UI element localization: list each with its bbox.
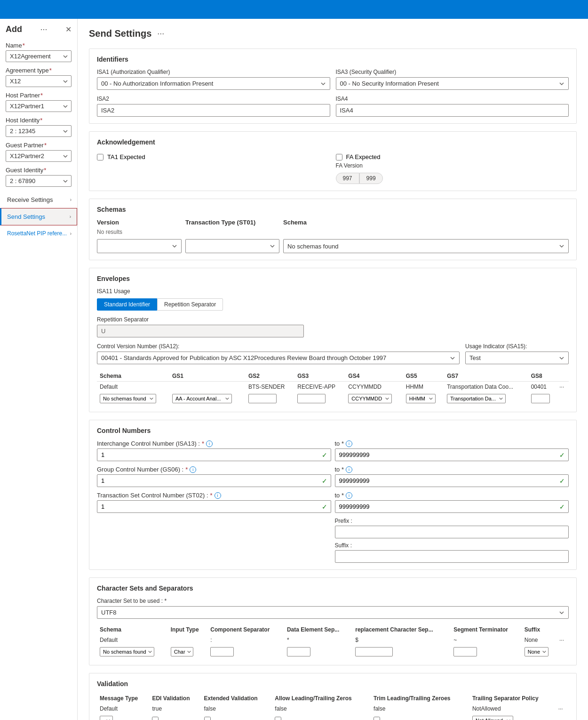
- schemas-version-select[interactable]: [97, 239, 182, 253]
- ta1-label: TA1 Expected: [107, 153, 145, 160]
- val-row-extended-checkbox[interactable]: [204, 717, 211, 720]
- gs-default-gs8: 00401: [528, 382, 557, 392]
- val-row-allow-checkbox[interactable]: [275, 717, 281, 720]
- gcn-to-info-icon[interactable]: i: [346, 466, 352, 473]
- gs-row-gs7-select[interactable]: Transportation Da...: [447, 394, 506, 403]
- gcn-input[interactable]: [97, 474, 331, 487]
- schemas-transaction-select[interactable]: [185, 239, 279, 253]
- val-col-trim-zeros: Trim Leading/Trailing Zeroes: [371, 693, 469, 704]
- isa3-field: ISA3 (Security Qualifier) 00 - No Securi…: [336, 69, 569, 90]
- sidebar-close-button[interactable]: ✕: [65, 25, 72, 34]
- isa2-input[interactable]: [97, 104, 330, 117]
- cs-default-data-elem: *: [284, 635, 352, 645]
- tscn-info-icon[interactable]: i: [215, 492, 221, 499]
- schemas-section: Schemas Version Transaction Type (ST01) …: [89, 199, 577, 260]
- receive-settings-chevron: ›: [70, 197, 72, 202]
- cs-default-dots[interactable]: ···: [556, 635, 569, 645]
- gs-col-schema: Schema: [97, 371, 169, 382]
- gs-default-gs1: [169, 382, 246, 392]
- tscn-valid-icon: ✓: [322, 503, 327, 511]
- standard-identifier-toggle[interactable]: Standard Identifier: [97, 298, 157, 311]
- val-row-dots-button[interactable]: ···: [558, 717, 564, 720]
- envelopes-section: Envelopes ISA11 Usage Standard Identifie…: [89, 268, 577, 412]
- val-col-extended: Extended Validation: [201, 693, 272, 704]
- icn-info-icon[interactable]: i: [206, 440, 213, 447]
- cs-col-replacement: replacement Character Sep...: [352, 624, 451, 635]
- gs-row-gs8-input[interactable]: [531, 394, 550, 403]
- schemas-schema-select[interactable]: No schemas found: [283, 239, 569, 253]
- host-partner-select[interactable]: X12Partner1: [6, 100, 72, 112]
- page-dots-menu[interactable]: ···: [157, 29, 164, 39]
- char-set-select[interactable]: UTF8: [97, 606, 569, 619]
- control-numbers-title: Control Numbers: [97, 427, 569, 434]
- cv-select[interactable]: 00401 - Standards Approved for Publicati…: [97, 352, 460, 364]
- cs-col-actions: [556, 624, 569, 635]
- gs-default-row: Default BTS-SENDER RECEIVE-APP CCYYMMDD …: [97, 382, 569, 392]
- agreement-type-select[interactable]: X12: [6, 75, 72, 87]
- repetition-separator-toggle[interactable]: Repetition Separator: [157, 298, 223, 311]
- prefix-suffix-fields: Prefix : Suffix :: [335, 518, 569, 563]
- gcn-to-input[interactable]: [335, 474, 569, 487]
- gs-row-gs1-select[interactable]: AA - Account Anal...: [172, 394, 232, 403]
- cs-row-replacement-input[interactable]: [355, 647, 393, 656]
- isa3-select[interactable]: 00 - No Security Information Present: [336, 77, 569, 90]
- prefix-input[interactable]: [335, 526, 569, 538]
- validation-table: Message Type EDI Validation Extended Val…: [97, 693, 569, 720]
- gs-row-gs2-input[interactable]: [248, 394, 277, 403]
- receive-settings-nav[interactable]: Receive Settings ›: [0, 192, 77, 208]
- tscn-to-input[interactable]: [335, 500, 569, 513]
- schemas-col-schema: Schema: [283, 219, 569, 226]
- usage-select[interactable]: Test: [465, 352, 569, 364]
- guest-partner-select[interactable]: X12Partner2: [6, 150, 72, 162]
- gs-row-gs3-input[interactable]: [297, 394, 326, 403]
- schemas-col-version: Version: [97, 219, 182, 226]
- send-settings-nav[interactable]: Send Settings ›: [0, 208, 77, 225]
- fa-checkbox[interactable]: [336, 154, 342, 160]
- cs-col-segment: Segment Terminator: [451, 624, 522, 635]
- control-numbers-section: Control Numbers Interchange Control Numb…: [89, 420, 577, 570]
- tscn-to-info-icon[interactable]: i: [346, 492, 352, 499]
- val-row-type-select[interactable]: [100, 716, 113, 720]
- isa2-label: ISA2: [97, 96, 330, 102]
- icn-to-info-icon[interactable]: i: [346, 440, 352, 447]
- icn-input[interactable]: [97, 448, 331, 461]
- val-row-trailing-select[interactable]: Not Allowed: [472, 716, 513, 720]
- gcn-info-icon[interactable]: i: [190, 466, 196, 473]
- cs-row-data-elem-input[interactable]: [287, 647, 310, 656]
- rep-sep-input[interactable]: [97, 325, 304, 337]
- isa4-field: ISA4: [336, 96, 569, 117]
- gs-row-schema-select[interactable]: No schemas found: [100, 394, 156, 403]
- fa-version-999-button[interactable]: 999: [359, 173, 383, 184]
- gs-col-gs3: GS3: [294, 371, 345, 382]
- icn-to-valid-icon: ✓: [559, 451, 565, 459]
- name-select[interactable]: X12Agreement: [6, 50, 72, 62]
- val-col-trailing-sep: Trailing Separator Policy: [469, 693, 556, 704]
- suffix-input[interactable]: [335, 550, 569, 563]
- cs-row-segment-input[interactable]: [453, 647, 477, 656]
- val-row-edi-checkbox[interactable]: [152, 717, 159, 720]
- fa-version-997-button[interactable]: 997: [336, 173, 359, 184]
- cs-row-input-select[interactable]: Char: [171, 647, 193, 656]
- isa1-select[interactable]: 00 - No Authorization Information Presen…: [97, 77, 330, 90]
- rosettanet-nav[interactable]: RosettaNet PIP refere... ›: [0, 225, 77, 241]
- val-default-dots[interactable]: ···: [556, 704, 569, 714]
- ta1-checkbox[interactable]: [97, 154, 103, 160]
- gs-row-gs4-select[interactable]: CCYYMMDD: [348, 394, 392, 403]
- icn-valid-icon: ✓: [322, 451, 327, 459]
- isa4-input[interactable]: [336, 104, 569, 117]
- val-col-message-type: Message Type: [97, 693, 149, 704]
- gs-default-dots[interactable]: ···: [556, 382, 569, 392]
- host-identity-select[interactable]: 2 : 12345: [6, 125, 72, 137]
- tscn-input[interactable]: [97, 500, 331, 513]
- cs-row-component-input[interactable]: [210, 647, 234, 656]
- sidebar-dots-menu[interactable]: ···: [40, 24, 47, 34]
- gs-row-gs5-select[interactable]: HHMM: [406, 394, 436, 403]
- icn-to-field: to * i ✓: [335, 440, 569, 461]
- cs-row-schema-select[interactable]: No schemas found: [100, 647, 154, 656]
- gs-col-gs7: GS7: [444, 371, 528, 382]
- rosettanet-chevron: ›: [70, 231, 72, 236]
- val-row-trim-checkbox[interactable]: [373, 717, 380, 720]
- cs-row-suffix-select[interactable]: None: [524, 647, 548, 656]
- icn-to-input[interactable]: [335, 448, 569, 461]
- guest-identity-select[interactable]: 2 : 67890: [6, 175, 72, 187]
